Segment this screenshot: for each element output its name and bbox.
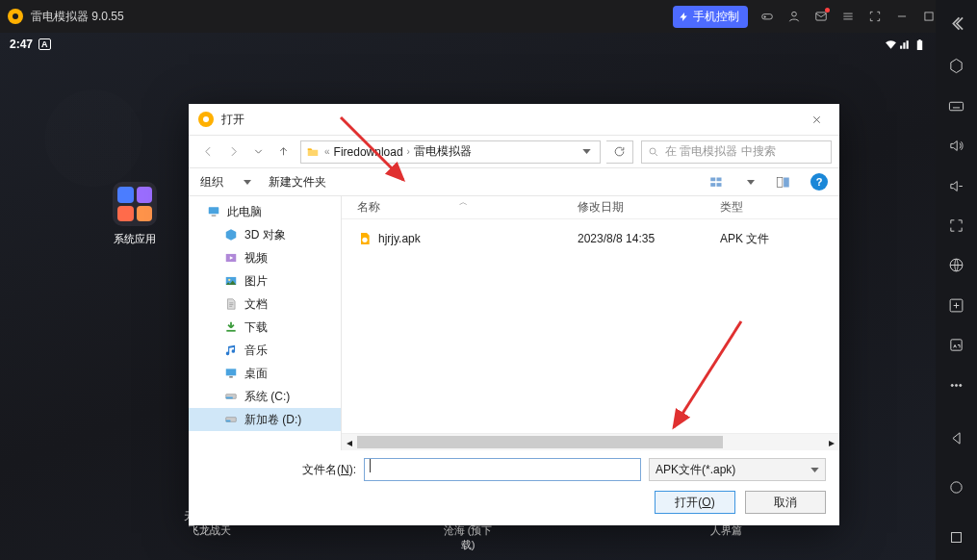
open-button[interactable]: 打开(O) — [655, 491, 735, 514]
desktop-app-icon[interactable]: 系统应用 — [106, 182, 164, 246]
right-sidebar — [936, 0, 977, 560]
more-icon[interactable] — [943, 371, 970, 397]
android-recent-button[interactable] — [943, 524, 970, 550]
tree-item-newvol[interactable]: 新加卷 (D:) — [189, 408, 341, 431]
cancel-button[interactable]: 取消 — [745, 491, 826, 514]
svg-rect-20 — [226, 397, 233, 399]
svg-rect-9 — [777, 177, 783, 187]
volume-down-icon[interactable] — [943, 172, 970, 198]
translate-icon[interactable] — [943, 252, 970, 278]
svg-point-33 — [951, 482, 962, 493]
column-date[interactable]: 修改日期 — [578, 199, 720, 216]
new-folder-button[interactable]: 新建文件夹 — [269, 174, 326, 191]
keyboard-icon[interactable] — [943, 93, 970, 119]
tree-item-pc[interactable]: 此电脑 — [189, 200, 341, 223]
user-icon[interactable] — [781, 5, 808, 28]
phone-control-label: 手机控制 — [693, 9, 739, 25]
svg-rect-12 — [212, 216, 217, 216]
menu-icon[interactable] — [835, 5, 861, 28]
tree-item-sysdrive[interactable]: 系统 (C:) — [189, 385, 341, 408]
filename-label: 文件名(N): — [202, 462, 356, 478]
file-date: 2023/8/8 14:35 — [578, 232, 720, 245]
tree-item-desktop[interactable]: 桌面 — [189, 362, 341, 385]
tree-item-videos[interactable]: 视频 — [189, 246, 341, 269]
tree-item-pictures[interactable]: 图片 — [189, 269, 341, 293]
breadcrumb-item[interactable]: 雷电模拟器 — [414, 143, 472, 160]
file-open-dialog: 打开 « Firedownload › 雷电模拟器 — [189, 104, 839, 525]
breadcrumb-dropdown[interactable] — [577, 149, 596, 154]
phone-control-button[interactable]: 手机控制 — [673, 6, 748, 28]
horizontal-scrollbar[interactable]: ◂▸ — [342, 433, 839, 450]
help-button[interactable]: ? — [810, 173, 828, 191]
folder-tree[interactable]: 此电脑 3D 对象 视频 图片 文档 下载 音乐 桌面 系统 (C:) 新加卷 … — [189, 196, 342, 450]
svg-point-4 — [650, 148, 656, 154]
gamepad-icon[interactable] — [754, 5, 781, 28]
search-input[interactable]: 在 雷电模拟器 中搜索 — [641, 140, 832, 164]
column-type[interactable]: 类型 — [720, 199, 839, 216]
svg-rect-16 — [226, 330, 235, 332]
svg-rect-5 — [710, 177, 715, 181]
android-back-button[interactable] — [943, 425, 970, 451]
view-mode-button[interactable] — [706, 173, 727, 191]
svg-rect-0 — [762, 14, 773, 19]
fullscreen-icon[interactable] — [943, 213, 970, 239]
volume-up-icon[interactable] — [943, 133, 970, 159]
svg-rect-11 — [209, 207, 219, 214]
svg-rect-7 — [710, 183, 715, 187]
file-type: APK 文件 — [720, 231, 839, 247]
apk-install-icon[interactable] — [943, 332, 970, 358]
svg-rect-10 — [784, 177, 789, 187]
svg-rect-18 — [229, 376, 233, 378]
nav-forward-button[interactable] — [221, 140, 244, 164]
svg-rect-6 — [716, 177, 721, 181]
organize-button[interactable]: 组织 — [200, 174, 223, 191]
refresh-button[interactable] — [606, 140, 633, 164]
filename-input[interactable] — [364, 458, 641, 481]
folder-icon — [305, 145, 321, 159]
svg-point-32 — [960, 384, 962, 386]
tree-item-3dobjects[interactable]: 3D 对象 — [189, 223, 341, 246]
breadcrumb[interactable]: « Firedownload › 雷电模拟器 — [300, 140, 601, 164]
svg-rect-2 — [816, 13, 827, 20]
desktop-app-label: 系统应用 — [106, 232, 164, 246]
file-name: hjrjy.apk — [378, 232, 421, 245]
nav-back-button[interactable] — [196, 140, 219, 164]
emulator-screen: 2:47 A 系统应用 天龙八部2: 飞龙战天 全民江湖 秦时明月: 沧海 (预… — [0, 33, 936, 560]
app-title-bar: 雷电模拟器 9.0.55 手机控制 — [0, 0, 977, 33]
app-logo-icon — [8, 9, 23, 24]
svg-rect-8 — [716, 183, 721, 187]
breadcrumb-item[interactable]: Firedownload — [334, 145, 403, 159]
file-row[interactable]: hjrjy.apk 2023/8/8 14:35 APK 文件 — [342, 227, 839, 250]
svg-rect-17 — [226, 369, 237, 375]
minimize-icon[interactable] — [888, 5, 915, 28]
tree-item-music[interactable]: 音乐 — [189, 339, 341, 362]
dialog-title: 打开 — [221, 112, 244, 128]
svg-point-23 — [362, 238, 367, 242]
svg-rect-3 — [925, 13, 933, 20]
app-title: 雷电模拟器 9.0.55 — [31, 9, 124, 25]
collapse-sidebar-button[interactable] — [950, 8, 964, 39]
svg-point-1 — [792, 12, 797, 16]
tree-item-downloads[interactable]: 下载 — [189, 316, 341, 339]
svg-rect-34 — [952, 532, 962, 542]
settings-hex-icon[interactable] — [943, 53, 970, 79]
expand-icon[interactable] — [861, 5, 888, 28]
search-icon — [648, 146, 659, 158]
svg-point-31 — [955, 384, 957, 386]
nav-up-button[interactable] — [271, 140, 295, 164]
search-placeholder: 在 雷电模拟器 中搜索 — [665, 143, 776, 160]
dialog-close-button[interactable] — [803, 106, 830, 133]
apk-file-icon — [357, 231, 373, 246]
mail-icon[interactable] — [808, 5, 835, 28]
screenshot-icon[interactable] — [943, 293, 970, 318]
android-home-button[interactable] — [943, 474, 970, 500]
filetype-select[interactable]: APK文件(*.apk) — [649, 458, 826, 481]
svg-rect-26 — [949, 102, 963, 111]
svg-point-15 — [228, 279, 230, 281]
preview-pane-button[interactable] — [772, 173, 793, 191]
dialog-logo-icon — [198, 112, 214, 127]
nav-recent-button[interactable] — [246, 140, 270, 164]
tree-item-documents[interactable]: 文档 — [189, 293, 341, 316]
svg-point-30 — [951, 384, 953, 386]
file-list-header[interactable]: 名称 ︿ 修改日期 类型 — [342, 196, 839, 219]
